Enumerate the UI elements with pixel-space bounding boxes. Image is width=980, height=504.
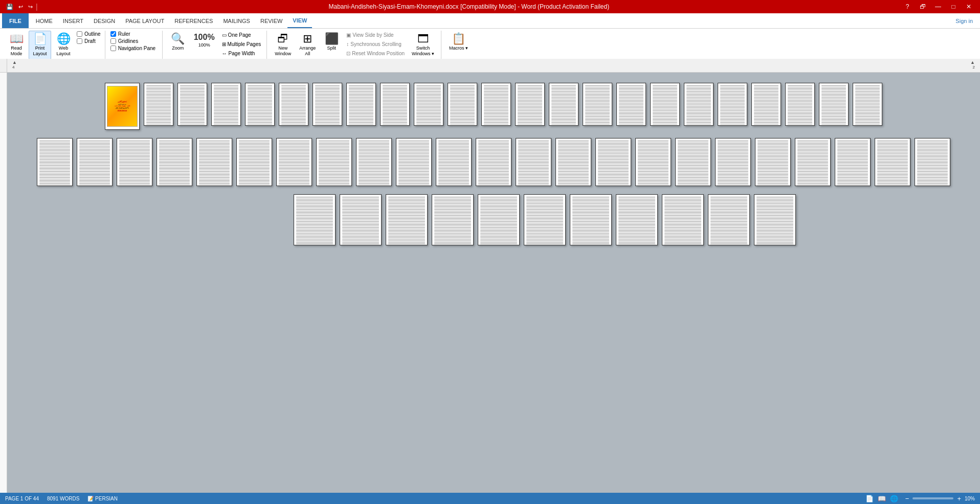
page-thumb-46[interactable]	[915, 138, 950, 186]
page-thumb-7[interactable]	[313, 83, 342, 126]
page-thumb-44[interactable]	[835, 138, 871, 186]
multiple-pages-button[interactable]: ⊞ Multiple Pages	[219, 40, 264, 49]
page-thumb-1[interactable]: تحقیق آنلاین مرجع دانلود فایل - پروژه - …	[105, 83, 140, 130]
page-thumb-57[interactable]	[754, 194, 796, 245]
read-mode-button[interactable]: 📖 ReadMode	[5, 31, 28, 59]
page-thumb-30[interactable]	[276, 138, 312, 186]
page-thumb-20[interactable]	[751, 83, 781, 126]
page-thumb-17[interactable]	[650, 83, 680, 126]
page-thumb-32[interactable]	[356, 138, 392, 186]
view-side-by-side-button[interactable]: ▣ View Side by Side	[344, 31, 407, 39]
page-thumb-56[interactable]	[708, 194, 750, 245]
page-thumb-14[interactable]	[549, 83, 578, 126]
split-button[interactable]: ⬛ Split	[320, 31, 343, 54]
page-thumb-33[interactable]	[396, 138, 432, 186]
page-thumb-47[interactable]	[294, 194, 336, 245]
page-thumb-3[interactable]	[177, 83, 207, 126]
page-thumb-40[interactable]	[675, 138, 711, 186]
page-thumb-55[interactable]	[662, 194, 704, 245]
page-thumb-36[interactable]	[516, 138, 551, 186]
page-thumb-12[interactable]	[481, 83, 511, 126]
page-thumb-9[interactable]	[380, 83, 410, 126]
nav-pane-checkbox[interactable]: Navigation Pane	[109, 45, 157, 52]
redo-button[interactable]: ↪	[26, 3, 35, 11]
maximize-button[interactable]: □	[946, 2, 961, 12]
page-thumb-5[interactable]	[245, 83, 275, 126]
page-thumb-39[interactable]	[635, 138, 671, 186]
help-button[interactable]: ?	[900, 2, 915, 12]
one-page-button[interactable]: ▭ One Page	[219, 31, 264, 39]
tab-page-layout[interactable]: PAGE LAYOUT	[120, 13, 169, 28]
page-thumb-53[interactable]	[570, 194, 612, 245]
gridlines-checkbox[interactable]: Gridlines	[109, 38, 157, 44]
zoom-slider[interactable]	[912, 497, 953, 499]
page-thumb-31[interactable]	[316, 138, 352, 186]
sign-in-link[interactable]: Sign in	[950, 18, 978, 24]
draft-check[interactable]	[77, 38, 82, 44]
zoom-out-button[interactable]: −	[904, 494, 911, 503]
page-thumb-23[interactable]	[853, 83, 882, 126]
page-thumb-43[interactable]	[795, 138, 831, 186]
tab-design[interactable]: DESIGN	[88, 13, 120, 28]
page-thumb-13[interactable]	[515, 83, 545, 126]
page-thumb-22[interactable]	[819, 83, 849, 126]
zoom100-button[interactable]: 100% 100%	[190, 31, 218, 51]
tab-view[interactable]: VIEW	[287, 13, 312, 28]
page-thumb-21[interactable]	[785, 83, 815, 126]
page-thumb-54[interactable]	[616, 194, 658, 245]
page-thumb-49[interactable]	[386, 194, 428, 245]
page-thumb-15[interactable]	[583, 83, 612, 126]
reset-window-position-button[interactable]: ⊡ Reset Window Position	[344, 49, 407, 58]
tab-home[interactable]: HOME	[31, 13, 58, 28]
gridlines-check[interactable]	[110, 38, 116, 44]
zoom-in-button[interactable]: +	[955, 494, 963, 503]
page-thumb-34[interactable]	[436, 138, 472, 186]
draft-checkbox[interactable]: Draft	[76, 38, 102, 44]
page-thumb-26[interactable]	[117, 138, 152, 186]
page-thumb-6[interactable]	[279, 83, 308, 126]
page-thumb-4[interactable]	[211, 83, 241, 126]
page-thumb-41[interactable]	[715, 138, 751, 186]
page-thumb-18[interactable]	[684, 83, 714, 126]
page-thumb-16[interactable]	[616, 83, 646, 126]
page-thumb-11[interactable]	[448, 83, 477, 126]
undo-button[interactable]: ↩	[16, 3, 25, 11]
page-thumb-37[interactable]	[555, 138, 591, 186]
print-view-button[interactable]: 📄	[864, 494, 875, 503]
page-thumb-42[interactable]	[755, 138, 791, 186]
ruler-checkbox[interactable]: Ruler	[109, 31, 157, 37]
page-thumb-10[interactable]	[414, 83, 443, 126]
tab-mailings[interactable]: MAILINGS	[218, 13, 255, 28]
page-thumb-38[interactable]	[595, 138, 631, 186]
new-window-button[interactable]: 🗗 NewWindow	[271, 31, 295, 59]
page-thumb-8[interactable]	[346, 83, 376, 126]
save-button[interactable]: 💾	[4, 3, 15, 11]
nav-pane-check[interactable]	[110, 45, 116, 51]
page-thumb-48[interactable]	[340, 194, 382, 245]
ruler-check[interactable]	[110, 31, 116, 37]
close-button[interactable]: ✕	[962, 2, 976, 12]
zoom-button[interactable]: 🔍 Zoom	[167, 31, 189, 54]
page-thumb-25[interactable]	[77, 138, 113, 186]
web-layout-button[interactable]: 🌐 WebLayout	[52, 31, 75, 59]
page-thumb-45[interactable]	[875, 138, 910, 186]
minimize-button[interactable]: —	[931, 2, 945, 12]
web-view-button[interactable]: 🌐	[888, 494, 900, 503]
page-thumb-27[interactable]	[157, 138, 192, 186]
ribbon-toggle-button[interactable]: 🗗	[916, 2, 930, 12]
page-thumb-35[interactable]	[476, 138, 511, 186]
page-thumb-19[interactable]	[718, 83, 747, 126]
page-thumb-52[interactable]	[524, 194, 566, 245]
macros-button[interactable]: 📋 Macros ▾	[446, 31, 472, 54]
page-thumb-2[interactable]	[144, 83, 173, 126]
outline-checkbox[interactable]: Outline	[76, 31, 102, 37]
outline-check[interactable]	[77, 31, 82, 37]
arrange-all-button[interactable]: ⊞ ArrangeAll	[296, 31, 319, 59]
synchronous-scrolling-button[interactable]: ↕ Synchronous Scrolling	[344, 40, 407, 49]
page-thumb-51[interactable]	[478, 194, 520, 245]
tab-insert[interactable]: INSERT	[58, 13, 88, 28]
tab-file[interactable]: FILE	[2, 13, 29, 28]
tab-review[interactable]: REVIEW	[255, 13, 287, 28]
page-thumb-29[interactable]	[236, 138, 272, 186]
page-thumb-24[interactable]	[37, 138, 73, 186]
